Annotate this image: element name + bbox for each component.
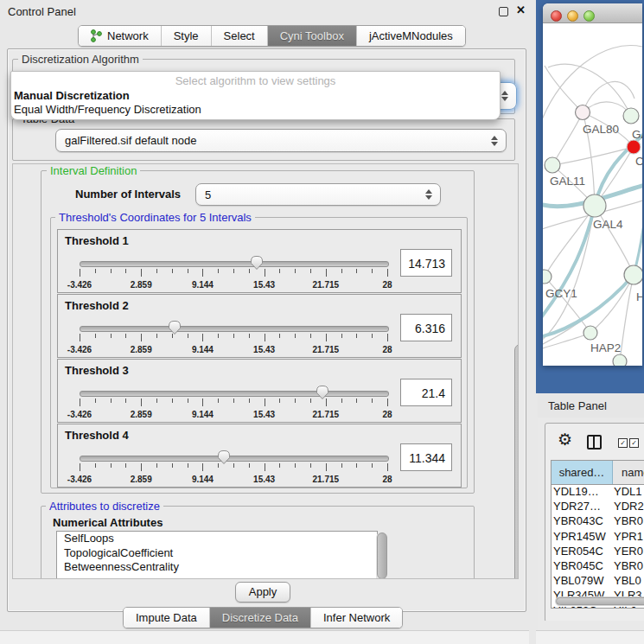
slider-tick xyxy=(310,463,311,468)
slider-tick xyxy=(341,399,342,403)
slider-thumb-icon[interactable] xyxy=(168,320,182,335)
threshold-panel: Threshold 2-3.4262.8599.14415.4321.71528… xyxy=(57,294,462,358)
graph-edge xyxy=(548,64,631,116)
graph-node[interactable] xyxy=(583,194,606,217)
table-row[interactable]: YBR045CYBR0 xyxy=(552,559,644,574)
slider-tick xyxy=(249,399,250,403)
table-panel-title: Table Panel xyxy=(548,399,607,412)
network-desktop-background: GAL80GACGAL11GAL4GCY1HHAP2 xyxy=(536,0,644,393)
tab-discretize-data[interactable]: Discretize Data xyxy=(209,608,310,628)
slider-tick xyxy=(80,399,80,406)
attribute-list-item[interactable]: SelfLoops xyxy=(57,532,377,546)
algorithm-option[interactable]: Manual Discretization xyxy=(11,89,500,103)
attributes-group-title: Attributes to discretize xyxy=(46,500,163,513)
table-row[interactable]: YER054CYER0 xyxy=(552,545,644,559)
apply-button[interactable]: Apply xyxy=(235,582,290,603)
tab-cyni-toolbox[interactable]: Cyni Toolbox xyxy=(267,26,356,46)
slider-tick xyxy=(141,399,142,406)
threshold-slider[interactable]: -3.4262.8599.14415.4321.71528 xyxy=(79,319,390,355)
slider-track[interactable] xyxy=(80,456,389,462)
slider-tick xyxy=(218,269,219,273)
graph-node[interactable] xyxy=(627,140,641,154)
column-header-shared[interactable]: shared… xyxy=(552,461,613,484)
slider-track[interactable] xyxy=(80,261,389,267)
attribute-list-item[interactable]: BetweennessCentrality xyxy=(57,560,377,575)
graph-node[interactable] xyxy=(623,108,639,124)
slider-track[interactable] xyxy=(80,391,389,397)
minimize-traffic-light-icon[interactable] xyxy=(567,10,578,22)
table-horizontal-scrollbar[interactable] xyxy=(555,596,644,606)
combo-arrows-icon xyxy=(491,136,498,146)
slider-tick xyxy=(80,334,80,341)
tab-label: Impute Data xyxy=(136,611,197,624)
slider-tick xyxy=(387,269,388,277)
tab-jactivemnodules[interactable]: jActiveMNodules xyxy=(356,26,465,46)
slider-tick xyxy=(265,269,265,277)
threshold-value-field[interactable]: 14.713 xyxy=(400,249,452,277)
cell-shared-name: YDL19… xyxy=(552,485,613,500)
threshold-value-field[interactable]: 21.4 xyxy=(400,379,452,406)
table-row[interactable]: YPR145WYPR1 xyxy=(552,530,644,545)
graph-node[interactable] xyxy=(545,157,560,173)
graph-node[interactable] xyxy=(543,270,552,284)
close-icon[interactable]: ✕ xyxy=(516,3,526,16)
tab-label: Select xyxy=(224,29,255,42)
attribute-list-item[interactable]: TopologicalCoefficient xyxy=(57,546,377,561)
table-row[interactable]: YBR043CYBR0 xyxy=(552,514,644,529)
slider-tick-label: 15.43 xyxy=(253,475,275,484)
tab-style[interactable]: Style xyxy=(161,26,211,46)
network-window-titlebar[interactable] xyxy=(543,3,642,23)
threshold-slider[interactable]: -3.4262.8599.14415.4321.71528 xyxy=(79,254,390,290)
tab-select[interactable]: Select xyxy=(211,26,267,46)
slider-tick xyxy=(202,399,203,406)
slider-tick xyxy=(141,463,142,471)
network-graph[interactable]: GAL80GACGAL11GAL4GCY1HHAP2 xyxy=(543,22,642,366)
table-row[interactable]: YBL079WYBL0 xyxy=(552,574,644,589)
attributes-list-scrollbar[interactable] xyxy=(376,532,386,579)
slider-track[interactable] xyxy=(80,326,389,332)
graph-node[interactable] xyxy=(613,354,627,366)
float-window-icon[interactable] xyxy=(499,7,508,16)
tab-infer-network[interactable]: Infer Network xyxy=(310,608,402,628)
slider-thumb-icon[interactable] xyxy=(217,450,231,465)
table-data-combobox[interactable]: galFiltered.sif default node xyxy=(55,129,507,152)
graph-node[interactable] xyxy=(624,265,642,284)
table-row[interactable]: YDR27…YDR2 xyxy=(552,500,644,514)
numerical-attributes-label: Numerical Attributes xyxy=(53,516,163,529)
slider-thumb-icon[interactable] xyxy=(316,385,329,400)
slider-tick xyxy=(233,463,234,468)
slider-tick-label: 28 xyxy=(382,280,392,290)
columns-icon[interactable] xyxy=(587,435,602,450)
graph-node[interactable] xyxy=(576,105,590,120)
slider-tick xyxy=(310,399,311,403)
threshold-label: Threshold 3 xyxy=(65,364,129,377)
attributes-listbox[interactable]: SelfLoopsTopologicalCoefficientBetweenne… xyxy=(56,531,378,579)
threshold-slider[interactable]: -3.4262.8599.14415.4321.71528 xyxy=(79,449,390,485)
slider-tick xyxy=(372,399,373,403)
algorithm-option[interactable]: Equal Width/Frequency Discretization xyxy=(11,103,500,117)
slider-tick xyxy=(295,463,296,468)
zoom-traffic-light-icon[interactable] xyxy=(583,10,595,22)
threshold-value-field[interactable]: 11.344 xyxy=(400,443,452,471)
threshold-value-field[interactable]: 6.316 xyxy=(400,314,452,341)
settings-scrollbar-thumb[interactable] xyxy=(514,344,519,579)
graph-node[interactable] xyxy=(583,326,597,340)
algorithm-options: Manual DiscretizationEqual Width/Frequen… xyxy=(11,89,500,117)
tab-label: Network xyxy=(107,29,149,42)
slider-thumb-icon[interactable] xyxy=(250,255,264,271)
network-window[interactable]: GAL80GACGAL11GAL4GCY1HHAP2 xyxy=(543,3,642,366)
gear-icon[interactable]: ⚙ xyxy=(558,430,572,449)
algorithm-prompt-item[interactable]: Select algorithm to view settings xyxy=(11,72,500,89)
tab-network[interactable]: Network xyxy=(79,26,161,46)
threshold-slider[interactable]: -3.4262.8599.14415.4321.71528 xyxy=(79,384,390,420)
close-traffic-light-icon[interactable] xyxy=(551,10,562,22)
column-header-name[interactable]: name xyxy=(613,461,644,484)
slider-tick xyxy=(341,334,342,338)
checkbox-icon[interactable]: ✓ xyxy=(618,438,628,448)
checkbox-icon[interactable]: ✓ xyxy=(629,438,639,448)
tab-impute-data[interactable]: Impute Data xyxy=(124,608,209,628)
slider-tick xyxy=(80,269,80,277)
slider-tick-label: 28 xyxy=(382,345,392,354)
threshold-label: Threshold 1 xyxy=(65,234,129,247)
table-row[interactable]: YDL19…YDL1 xyxy=(552,485,644,500)
